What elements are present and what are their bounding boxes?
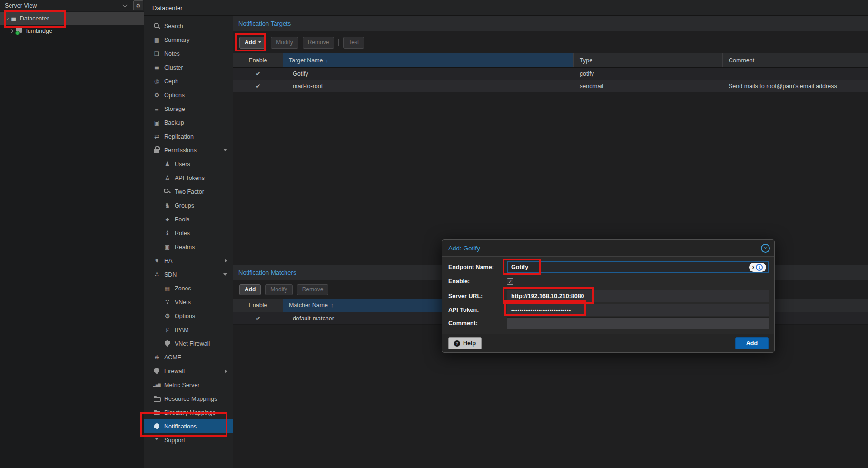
matchers-modify-button[interactable]: Modify bbox=[265, 284, 292, 295]
password-manager-icon[interactable] bbox=[749, 263, 766, 272]
users-icon bbox=[163, 201, 171, 209]
targets-remove-button[interactable]: Remove bbox=[303, 37, 335, 49]
chevron-down-icon[interactable] bbox=[123, 2, 128, 7]
column-header-type[interactable]: Type bbox=[574, 53, 723, 67]
sidebar-item-search[interactable]: Search bbox=[144, 19, 233, 33]
sidebar-item-roles[interactable]: Roles bbox=[144, 226, 233, 240]
dialog-add-button[interactable]: Add bbox=[735, 337, 769, 349]
sidebar-item-options[interactable]: Options bbox=[144, 88, 233, 102]
sidebar-item-zones[interactable]: Zones bbox=[144, 281, 233, 295]
sidebar-item-label: Cluster bbox=[164, 64, 183, 71]
targets-toolbar: Add Modify Remove Test bbox=[233, 31, 868, 53]
api-token-row: API Token: •••••••••••••••••••••••••••• bbox=[448, 303, 769, 317]
sidebar-item-label: Permissions bbox=[164, 147, 197, 154]
targets-test-button[interactable]: Test bbox=[343, 37, 364, 49]
sidebar-item-replication[interactable]: Replication bbox=[144, 129, 233, 143]
view-selector-label: Server View bbox=[5, 2, 37, 9]
column-header-enable[interactable]: Enable bbox=[233, 53, 283, 67]
sidebar-item-directory-mappings[interactable]: Directory Mappings bbox=[144, 406, 233, 419]
tree-item-datacenter[interactable]: ≣ Datacenter bbox=[0, 12, 144, 25]
chevron-down-icon bbox=[258, 41, 261, 43]
help-button-label: Help bbox=[463, 340, 476, 347]
add-gotify-dialog: Add: Gotify Endpoint Name: Gotify Enable… bbox=[442, 239, 775, 353]
api-token-field[interactable]: •••••••••••••••••••••••••••• bbox=[507, 304, 769, 316]
sidebar-item-acme[interactable]: ACME bbox=[144, 350, 233, 364]
sidebar-item-firewall[interactable]: Firewall bbox=[144, 364, 233, 378]
sidebar-item-label: Realms bbox=[175, 244, 195, 250]
sidebar-item-label: Summary bbox=[164, 37, 189, 43]
sidebar-item-support[interactable]: Support bbox=[144, 433, 233, 447]
column-header-comment[interactable]: Comment bbox=[723, 53, 868, 67]
sidebar-item-pools[interactable]: Pools bbox=[144, 212, 233, 226]
sidebar-item-sdn[interactable]: SDN bbox=[144, 268, 233, 281]
sidebar-item-backup[interactable]: Backup bbox=[144, 116, 233, 129]
text-cursor bbox=[529, 264, 529, 270]
sidebar-item-summary[interactable]: Summary bbox=[144, 33, 233, 47]
key-icon bbox=[163, 188, 171, 196]
table-row[interactable]: ✔ mail-to-root sendmail Send mails to ro… bbox=[233, 80, 868, 92]
column-header-enable[interactable]: Enable bbox=[233, 299, 283, 312]
sidebar-item-label: Notifications bbox=[164, 423, 197, 430]
ceph-icon bbox=[153, 77, 161, 85]
sidebar-item-ha[interactable]: HA bbox=[144, 254, 233, 268]
toolbar-separator bbox=[338, 39, 339, 46]
sidebar-item-vnet-firewall[interactable]: VNet Firewall bbox=[144, 337, 233, 350]
matchers-add-button[interactable]: Add bbox=[239, 284, 261, 295]
column-header-target-name[interactable]: Target Name ↑ bbox=[283, 53, 574, 67]
sidebar-item-api-tokens[interactable]: API Tokens bbox=[144, 171, 233, 185]
sidebar-item-permissions[interactable]: Permissions bbox=[144, 143, 233, 157]
address-book-icon bbox=[163, 243, 171, 251]
sidebar-item-users[interactable]: Users bbox=[144, 157, 233, 171]
expander-down-icon[interactable] bbox=[4, 16, 9, 20]
sidebar-item-realms[interactable]: Realms bbox=[144, 240, 233, 254]
tree-settings-button[interactable]: ⚙ bbox=[133, 0, 143, 10]
sidebar-item-sdn-options[interactable]: Options bbox=[144, 309, 233, 323]
datacenter-icon: ≣ bbox=[11, 15, 17, 22]
targets-panel-header: Notification Targets bbox=[233, 16, 868, 31]
tree-item-lumbridge[interactable]: lumbridge bbox=[0, 25, 144, 37]
view-selector[interactable]: Server View ⚙ bbox=[0, 0, 144, 11]
expander-right-icon[interactable] bbox=[9, 29, 14, 33]
sidebar-item-label: Support bbox=[164, 437, 185, 444]
sidebar-item-two-factor[interactable]: Two Factor bbox=[144, 185, 233, 199]
matchers-remove-button[interactable]: Remove bbox=[297, 284, 329, 295]
cluster-icon bbox=[153, 63, 161, 71]
sidebar-item-label: Groups bbox=[175, 202, 194, 209]
sidebar-item-notifications[interactable]: Notifications bbox=[144, 419, 233, 433]
gear-icon bbox=[153, 91, 161, 99]
workspace-header: Datacenter bbox=[144, 0, 868, 16]
sidebar-item-groups[interactable]: Groups bbox=[144, 199, 233, 212]
server-url-field[interactable]: http://192.168.10.210:8080 bbox=[507, 290, 769, 302]
targets-modify-button[interactable]: Modify bbox=[271, 37, 298, 49]
sidebar-item-label: Backup bbox=[164, 119, 184, 126]
sort-ascending-icon: ↑ bbox=[331, 302, 334, 308]
comment-field[interactable] bbox=[507, 317, 769, 329]
comment-label: Comment: bbox=[448, 320, 507, 327]
gear-icon: ⚙ bbox=[136, 2, 141, 9]
close-icon[interactable] bbox=[761, 244, 770, 253]
sidebar-item-storage[interactable]: Storage bbox=[144, 102, 233, 116]
sidebar-item-resource-mappings[interactable]: Resource Mappings bbox=[144, 392, 233, 406]
sidebar-item-notes[interactable]: Notes bbox=[144, 47, 233, 60]
help-button[interactable]: ? Help bbox=[448, 337, 482, 349]
floppy-icon bbox=[153, 119, 161, 127]
targets-add-button[interactable]: Add bbox=[239, 37, 266, 49]
endpoint-name-row: Endpoint Name: Gotify bbox=[448, 260, 769, 274]
enable-checkbox[interactable]: ✓ bbox=[507, 278, 513, 285]
dialog-add-label: Add bbox=[746, 340, 758, 347]
grid-icon bbox=[163, 284, 171, 292]
shield-icon bbox=[163, 339, 171, 348]
sidebar-item-vnets[interactable]: VNets bbox=[144, 295, 233, 309]
lock-icon bbox=[153, 146, 161, 154]
sidebar-item-cluster[interactable]: Cluster bbox=[144, 60, 233, 74]
sidebar-item-ipam[interactable]: IPAM bbox=[144, 323, 233, 337]
dialog-titlebar[interactable]: Add: Gotify bbox=[442, 240, 774, 257]
sidebar-item-ceph[interactable]: Ceph bbox=[144, 74, 233, 88]
enabled-check-icon: ✔ bbox=[256, 70, 260, 77]
gear-icon bbox=[163, 312, 171, 320]
sidebar-item-label: HA bbox=[164, 258, 172, 264]
table-row[interactable]: ✔ Gotify gotify bbox=[233, 68, 868, 80]
server-url-label: Server URL: bbox=[448, 293, 507, 299]
endpoint-name-field[interactable]: Gotify bbox=[507, 261, 769, 273]
sidebar-item-metric-server[interactable]: Metric Server bbox=[144, 378, 233, 392]
